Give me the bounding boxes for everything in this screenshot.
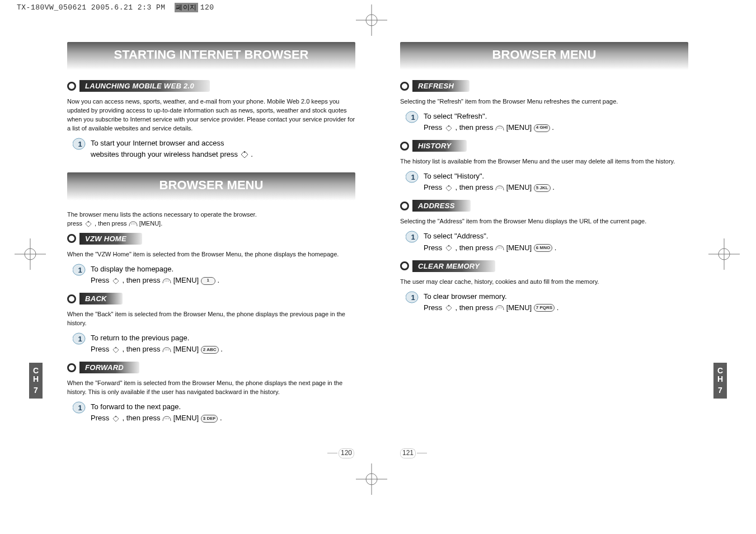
step-number-icon: 1: [406, 111, 419, 123]
keypad-key-icon: 7 PQRS: [534, 304, 555, 312]
vzw-home-step-1: 1 To display the homepage. Press , then …: [73, 264, 355, 286]
svg-point-47: [499, 128, 500, 128]
svg-point-25: [165, 280, 165, 281]
back-step-1: 1 To return to the previous page. Press …: [73, 332, 355, 355]
svg-point-38: [115, 416, 116, 417]
keypad-key-icon: 1: [201, 277, 215, 285]
softkey-icon: [495, 304, 504, 312]
svg-point-33: [166, 349, 167, 350]
svg-text:1: 1: [78, 140, 82, 148]
heading-label: HISTORY: [412, 140, 467, 152]
svg-text:1: 1: [411, 233, 415, 241]
svg-point-18: [131, 223, 132, 224]
page-tag-number: 120: [200, 3, 214, 12]
svg-point-5: [366, 474, 377, 485]
clear-memory-body: The user may clear cache, history, cooki…: [400, 278, 688, 287]
heading-label: FORWARD: [79, 362, 139, 373]
heading-label: CLEAR MEMORY: [412, 260, 495, 272]
svg-point-69: [501, 308, 501, 308]
svg-point-68: [499, 308, 500, 308]
step-text: To clear browser memory. Press , then pr…: [424, 291, 558, 313]
svg-point-66: [448, 306, 449, 307]
step-number-icon: 1: [73, 332, 86, 345]
page-spread: STARTING INTERNET BROWSER LAUNCHING MOBI…: [28, 14, 727, 462]
right-page: BROWSER MENU REFRESH Selecting the "Refr…: [378, 14, 727, 462]
svg-point-32: [165, 349, 165, 350]
heading-forward: FORWARD: [67, 362, 355, 373]
back-body: When the "Back" item is selected from th…: [67, 310, 355, 328]
step-number-icon: 1: [406, 171, 419, 183]
refresh-step-1: 1 To select "Refresh". Press , then pres…: [406, 111, 688, 133]
launching-body: Now you can access news, sports, weather…: [67, 97, 355, 133]
page-title: STARTING INTERNET BROWSER: [67, 42, 355, 70]
svg-point-55: [501, 188, 501, 188]
bullet-ring-icon: [67, 363, 76, 372]
bullet-ring-icon: [400, 261, 409, 270]
svg-point-54: [499, 188, 500, 188]
svg-point-31: [115, 347, 116, 348]
bullet-ring-icon: [400, 202, 409, 210]
bullet-ring-icon: [67, 234, 76, 243]
svg-point-15: [243, 152, 245, 153]
svg-point-26: [166, 280, 167, 281]
step-number-icon: 1: [73, 401, 86, 414]
svg-point-53: [497, 188, 498, 188]
softkey-icon: [129, 220, 138, 228]
nav-key-icon: [111, 346, 120, 354]
nav-key-icon: [444, 124, 453, 132]
nav-key-icon: [111, 277, 120, 285]
page-number-tick: [417, 453, 427, 453]
nav-key-icon: [444, 184, 453, 192]
softkey-icon: [495, 124, 504, 132]
step-text: To select "History". Press , then press …: [424, 171, 555, 193]
launching-step-1: 1 To start your Internet browser and acc…: [73, 138, 355, 160]
keypad-key-icon: 6 MNO: [534, 244, 552, 252]
svg-point-19: [133, 223, 133, 224]
heading-label: LAUNCHING MOBILE WEB 2.0: [79, 80, 210, 92]
address-step-1: 1 To select "Address". Press , then pres…: [406, 231, 688, 253]
page-number-right: 121: [400, 448, 416, 458]
softkey-icon: [495, 184, 504, 192]
registration-mark-icon: [356, 463, 387, 495]
nav-key-icon: [111, 415, 120, 423]
softkey-icon: [162, 277, 171, 285]
softkey-icon: [162, 415, 171, 423]
keypad-key-icon: 4 GHI: [534, 124, 550, 132]
history-step-1: 1 To select "History". Press , then pres…: [406, 171, 688, 193]
heading-label: BACK: [79, 293, 123, 305]
svg-point-34: [168, 349, 168, 350]
file-header: TX-180VW_050621 2005.6.21 2:3 PM 페이지120: [17, 3, 214, 12]
heading-back: BACK: [67, 293, 355, 305]
svg-point-48: [501, 128, 501, 128]
step-number-icon: 1: [73, 264, 86, 276]
vzw-home-body: When the "VZW Home" item is selected fro…: [67, 250, 355, 259]
step-number-icon: 1: [73, 138, 86, 150]
section-title-browser-menu: BROWSER MENU: [67, 172, 355, 200]
svg-point-17: [88, 222, 89, 223]
keypad-key-icon: 2 ABC: [201, 346, 219, 354]
heading-address: ADDRESS: [400, 200, 688, 212]
step-text: To forward to the next page. Press , the…: [91, 401, 222, 424]
svg-point-60: [497, 247, 498, 248]
forward-body: When the "Forward" item is selected from…: [67, 379, 355, 397]
step-text: To return to the previous page. Press , …: [91, 332, 223, 355]
svg-point-41: [168, 418, 168, 419]
page-number-tick: [327, 453, 337, 453]
address-body: Selecting the "Address" item from the Br…: [400, 217, 688, 226]
bullet-ring-icon: [400, 82, 409, 91]
heading-vzw-home: VZW HOME: [67, 233, 355, 245]
svg-text:1: 1: [411, 173, 415, 181]
nav-key-icon: [444, 304, 453, 312]
svg-point-67: [497, 308, 498, 308]
page-title: BROWSER MENU: [400, 42, 688, 70]
history-body: The history list is available from the B…: [400, 157, 688, 166]
svg-point-20: [134, 223, 135, 224]
softkey-icon: [162, 346, 171, 354]
svg-point-24: [115, 278, 116, 279]
keypad-key-icon: 3 DEF: [201, 415, 218, 423]
heading-launching: LAUNCHING MOBILE WEB 2.0: [67, 80, 355, 92]
bullet-ring-icon: [67, 82, 76, 91]
step-text: To display the homepage. Press , then pr…: [91, 264, 219, 286]
keypad-key-icon: 5 JKL: [534, 184, 551, 192]
svg-text:1: 1: [78, 266, 82, 274]
